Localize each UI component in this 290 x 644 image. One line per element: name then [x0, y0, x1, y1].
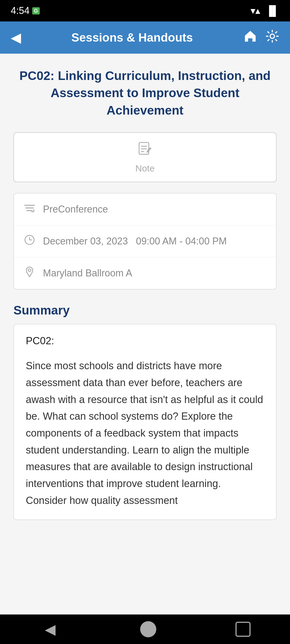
- session-info-card: PreConference December 03, 2023 09:00 AM…: [13, 193, 277, 290]
- header-title: Sessions & Handouts: [21, 31, 243, 44]
- app-header: ◀ Sessions & Handouts: [0, 21, 290, 54]
- status-right-icons: ▾▴ ▐▌: [251, 5, 279, 16]
- status-bar: 4:54 G ▾▴ ▐▌: [0, 0, 290, 21]
- summary-card: PC02: Since most schools and districts h…: [13, 324, 277, 520]
- session-datetime-row: December 03, 2023 09:00 AM - 04:00 PM: [14, 225, 276, 257]
- summary-heading: Summary: [13, 303, 277, 317]
- svg-point-0: [270, 34, 274, 38]
- header-action-icons: [243, 29, 279, 46]
- settings-icon[interactable]: [265, 29, 279, 46]
- recents-nav-button[interactable]: [235, 622, 251, 637]
- note-button[interactable]: Note: [13, 132, 277, 182]
- main-content: PC02: Linking Curriculum, Instruction, a…: [0, 54, 290, 614]
- bottom-navigation: ◀: [0, 614, 290, 644]
- summary-body-text: Since most schools and districts have mo…: [26, 357, 264, 509]
- session-location-row: Maryland Ballroom A: [14, 257, 276, 289]
- back-button[interactable]: ◀: [11, 30, 21, 45]
- session-type-row: PreConference: [14, 193, 276, 225]
- note-icon: [137, 141, 153, 160]
- battery-icon: ▐▌: [266, 5, 279, 16]
- ge-badge: G: [32, 7, 40, 14]
- svg-point-9: [28, 269, 31, 272]
- summary-session-code: PC02:: [26, 335, 264, 347]
- clock-icon: [24, 234, 35, 248]
- svg-rect-1: [139, 142, 149, 154]
- status-time: 4:54 G: [11, 5, 40, 16]
- wifi-icon: ▾▴: [251, 5, 260, 16]
- session-datetime-text: December 03, 2023 09:00 AM - 04:00 PM: [43, 236, 227, 247]
- home-nav-button[interactable]: [140, 621, 156, 637]
- time-display: 4:54: [11, 5, 30, 16]
- session-title: PC02: Linking Curriculum, Instruction, a…: [13, 67, 277, 119]
- home-icon[interactable]: [243, 29, 257, 46]
- session-type-text: PreConference: [43, 204, 108, 215]
- note-label: Note: [135, 163, 155, 174]
- session-location-text: Maryland Ballroom A: [43, 268, 132, 279]
- filter-icon: [24, 202, 35, 217]
- back-nav-button[interactable]: ◀: [39, 619, 61, 640]
- location-pin-icon: [24, 266, 35, 280]
